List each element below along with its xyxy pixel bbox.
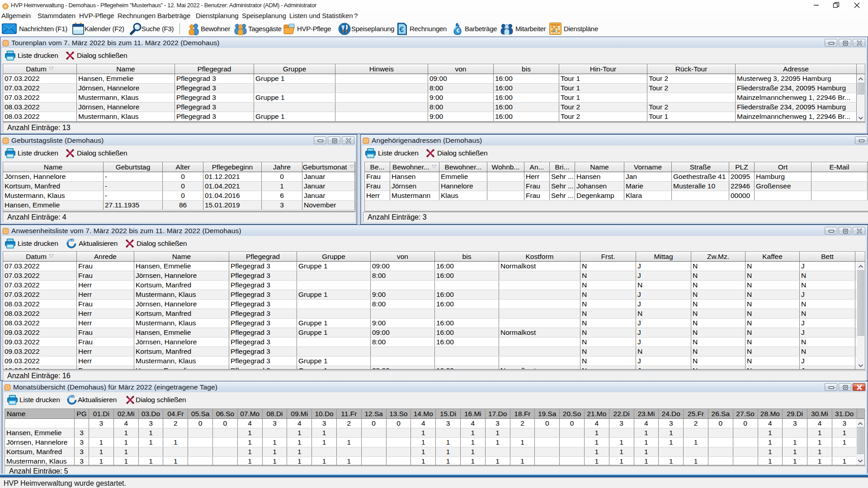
svg-text:€: € [399,25,404,34]
svg-text:€: € [457,27,460,34]
